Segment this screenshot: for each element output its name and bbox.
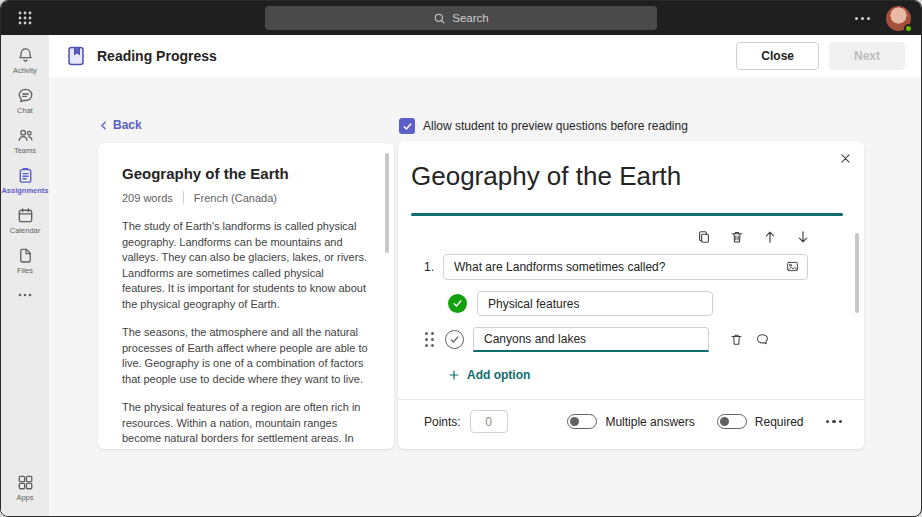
document-icon (16, 246, 35, 265)
plus-icon (448, 369, 460, 381)
answer-option-input[interactable] (477, 291, 713, 316)
topbar-more-icon[interactable] (851, 13, 874, 24)
question-scrollbar[interactable] (855, 233, 859, 313)
passage-meta: 209 words French (Canada) (122, 191, 368, 204)
sidebar-more-icon[interactable] (1, 281, 49, 309)
required-toggle[interactable] (717, 414, 747, 429)
word-count: 209 words (122, 192, 173, 204)
app-rail: Activity Chat Teams (1, 35, 49, 516)
passage-card: Geography of the Earth 209 words French … (98, 143, 394, 449)
passage-scrollbar[interactable] (385, 153, 389, 253)
close-button[interactable]: Close (736, 42, 819, 70)
question-toolbar (398, 229, 811, 245)
question-row: 1. (424, 254, 808, 280)
accent-divider (411, 213, 843, 216)
next-button[interactable]: Next (829, 42, 905, 70)
passage-paragraph: The physical features of a region are of… (122, 400, 368, 449)
preview-checkbox-label: Allow student to preview questions befor… (423, 119, 688, 133)
question-text-input[interactable] (443, 254, 808, 280)
sidebar-item-calendar[interactable]: Calendar (1, 201, 49, 241)
question-more-icon[interactable] (822, 416, 847, 428)
answer-option-row (448, 291, 864, 316)
question-footer: Points: Multiple answers Required (398, 400, 864, 433)
comment-icon[interactable] (755, 332, 770, 347)
preview-checkbox[interactable] (399, 118, 415, 134)
add-option-button[interactable]: Add option (448, 368, 864, 382)
multiple-answers-toggle[interactable] (567, 414, 597, 429)
chevron-left-icon (98, 120, 109, 131)
sidebar-item-activity[interactable]: Activity (1, 41, 49, 81)
points-input[interactable] (470, 410, 508, 433)
page-title: Reading Progress (97, 48, 217, 64)
people-icon (16, 126, 35, 145)
required-setting: Required (717, 414, 804, 429)
multiple-answers-label: Multiple answers (605, 415, 694, 429)
passage-title: Geography of the Earth (122, 165, 368, 182)
question-number: 1. (424, 260, 434, 274)
mark-correct-icon[interactable] (445, 330, 464, 349)
delete-question-icon[interactable] (729, 229, 745, 245)
copy-icon[interactable] (696, 229, 712, 245)
apps-grid-icon (16, 473, 35, 492)
sidebar-item-assignments[interactable]: Assignments (1, 161, 49, 201)
calendar-icon (16, 206, 35, 225)
page-header: Reading Progress Close Next (49, 35, 921, 77)
correct-answer-icon[interactable] (448, 294, 467, 313)
search-icon (433, 12, 446, 25)
teams-window: Search Activity (0, 0, 922, 517)
required-label: Required (755, 415, 804, 429)
top-bar: Search (1, 1, 921, 35)
points-label: Points: (424, 415, 461, 429)
delete-option-icon[interactable] (729, 332, 744, 347)
drag-handle-icon[interactable] (423, 330, 436, 349)
passage-paragraph: The study of Earth's landforms is called… (122, 219, 368, 312)
sidebar-item-files[interactable]: Files (1, 241, 49, 281)
reading-progress-icon (65, 45, 87, 67)
chat-icon (16, 86, 35, 105)
passage-language: French (Canada) (194, 192, 277, 204)
answer-option-input[interactable] (473, 327, 709, 352)
sidebar-item-chat[interactable]: Chat (1, 81, 49, 121)
preview-setting-row: Allow student to preview questions befor… (399, 118, 688, 134)
question-editor-card: Geography of the Earth (398, 141, 864, 449)
move-down-icon[interactable] (795, 229, 811, 245)
insert-image-icon[interactable] (785, 259, 800, 274)
app-launcher-waffle-icon[interactable] (1, 11, 49, 25)
close-icon[interactable] (837, 150, 854, 167)
sidebar-item-apps[interactable]: Apps (1, 468, 49, 508)
sidebar-item-teams[interactable]: Teams (1, 121, 49, 161)
meta-divider (183, 191, 184, 204)
passage-paragraph: The seasons, the atmosphere and all the … (122, 325, 368, 387)
move-up-icon[interactable] (762, 229, 778, 245)
question-card-title: Geography of the Earth (411, 161, 844, 192)
bell-icon (16, 46, 35, 65)
search-placeholder: Search (452, 12, 488, 24)
back-link[interactable]: Back (98, 118, 142, 132)
assignments-icon (16, 166, 35, 185)
presence-available-dot (904, 24, 913, 33)
multiple-answers-setting: Multiple answers (567, 414, 694, 429)
answer-option-row (423, 327, 864, 352)
avatar[interactable] (886, 6, 911, 31)
search-input[interactable]: Search (265, 6, 657, 30)
